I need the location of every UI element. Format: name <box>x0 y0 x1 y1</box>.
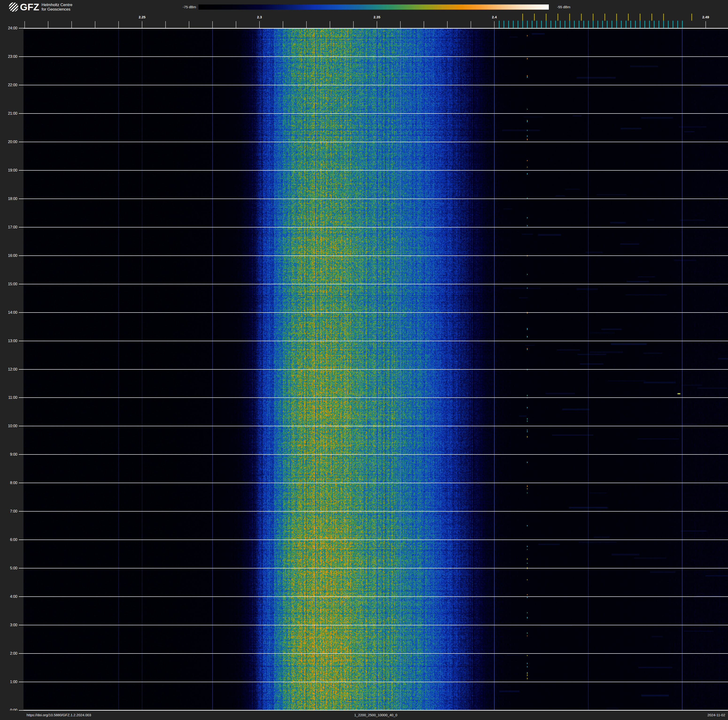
time-axis-label: 24:00 <box>0 26 17 31</box>
freq-minor-tick <box>142 21 142 28</box>
freq-minor-tick <box>494 21 495 28</box>
time-axis-label: 5:00 <box>0 566 17 571</box>
time-axis-label: 3:00 <box>0 623 17 627</box>
time-axis-tick <box>19 682 23 682</box>
ble-channel-tick <box>503 21 504 28</box>
freq-minor-tick <box>71 21 72 28</box>
ble-channel-tick <box>659 21 659 28</box>
freq-minor-tick <box>377 21 377 28</box>
dataset-id: 1_2200_2500_10000_40_0 <box>23 713 728 717</box>
time-axis-tick <box>19 454 23 455</box>
ble-channel-tick <box>668 21 668 28</box>
wifi-channel-tick <box>652 14 652 21</box>
time-axis-tick <box>19 199 23 199</box>
freq-minor-tick <box>118 21 119 28</box>
time-axis-tick <box>19 142 23 142</box>
wifi-channel-tick <box>628 14 629 21</box>
freq-minor-tick <box>400 21 401 28</box>
ble-channel-tick <box>536 21 537 28</box>
ble-channel-tick <box>588 21 589 28</box>
ble-channel-tick <box>513 21 514 28</box>
wifi-channel-tick <box>604 14 605 21</box>
time-axis-tick <box>19 539 23 540</box>
spectrogram-canvas <box>23 28 728 710</box>
time-axis-label: 23:00 <box>0 54 17 59</box>
wifi-channel-tick <box>581 14 582 21</box>
time-axis-tick <box>19 256 23 256</box>
ble-channel-tick <box>626 21 626 28</box>
ble-channel-tick <box>579 21 579 28</box>
date-label: 2024-11-02 <box>707 713 725 717</box>
brand-subtitle-line2: for Geosciences <box>41 7 72 12</box>
time-axis-label: 22:00 <box>0 83 17 87</box>
time-axis-label: 6:00 <box>0 538 17 542</box>
time-axis-label: 1:00 <box>0 680 17 684</box>
time-axis-label: 8:00 <box>0 481 17 485</box>
ble-channel-tick <box>564 21 565 28</box>
time-axis-label: 13:00 <box>0 339 17 343</box>
time-axis-tick <box>19 227 23 227</box>
time-axis-label: 17:00 <box>0 225 17 230</box>
ble-channel-tick <box>499 21 500 28</box>
wifi-channel-tick <box>534 14 535 21</box>
freq-minor-tick <box>353 21 354 28</box>
freq-axis-label: 2.35 <box>366 15 387 19</box>
freq-axis-label: 2.3 <box>249 15 270 19</box>
time-axis-tick <box>19 57 23 57</box>
wifi-channel-tick <box>691 14 692 21</box>
wifi-channel-tick <box>616 14 617 21</box>
wifi-channel-tick <box>640 14 641 21</box>
time-axis-tick <box>19 568 23 568</box>
ble-channel-tick <box>602 21 603 28</box>
freq-minor-tick <box>471 21 471 28</box>
freq-minor-tick <box>306 21 307 28</box>
ble-channel-tick <box>551 21 551 28</box>
colorbar-max-label: -55 dBm <box>557 5 592 9</box>
ble-channel-tick <box>560 21 561 28</box>
time-axis-tick <box>19 511 23 512</box>
ble-channel-tick <box>649 21 650 28</box>
time-axis-label: 20:00 <box>0 139 17 144</box>
brand-subtitle: Helmholtz Centre for Geosciences <box>41 3 72 12</box>
ble-channel-tick <box>630 21 631 28</box>
time-axis-tick <box>19 426 23 426</box>
ble-channel-tick <box>682 21 683 28</box>
brand-subtitle-line1: Helmholtz Centre <box>41 3 72 7</box>
time-axis-tick <box>19 596 23 597</box>
colorbar-min-label: -75 dBm <box>164 5 196 9</box>
freq-minor-tick <box>48 21 48 28</box>
time-axis-tick <box>19 369 23 370</box>
freq-minor-tick <box>24 21 25 28</box>
freq-minor-tick <box>95 21 95 28</box>
wifi-channel-tick <box>663 14 664 21</box>
ble-channel-tick <box>593 21 593 28</box>
ble-channel-tick <box>607 21 607 28</box>
time-axis-tick <box>19 341 23 341</box>
wifi-channel-tick <box>569 14 570 21</box>
ble-channel-tick <box>583 21 584 28</box>
gfz-globe-icon <box>9 2 18 12</box>
ble-channel-tick <box>616 21 617 28</box>
time-axis-label: 7:00 <box>0 509 17 514</box>
freq-axis-label: 2.49 <box>695 15 716 19</box>
colorbar-gradient <box>199 5 549 10</box>
ble-channel-tick <box>569 21 570 28</box>
ble-channel-tick <box>673 21 673 28</box>
ble-channel-tick <box>640 21 641 28</box>
time-axis-tick <box>19 170 23 171</box>
spectrogram-page: GFZ Helmholtz Centre for Geosciences -75… <box>0 0 728 720</box>
time-axis-label: 16:00 <box>0 253 17 258</box>
time-axis-label: 12:00 <box>0 367 17 372</box>
freq-minor-tick <box>705 21 706 28</box>
time-axis-label: 18:00 <box>0 196 17 201</box>
freq-minor-tick <box>259 21 260 28</box>
ble-channel-tick <box>635 21 636 28</box>
time-axis-label: 10:00 <box>0 424 17 428</box>
time-axis-tick <box>19 397 23 398</box>
time-axis-tick <box>19 284 23 284</box>
freq-minor-tick <box>212 21 213 28</box>
time-axis-label: 11:00 <box>0 395 17 400</box>
gfz-logo: GFZ Helmholtz Centre for Geosciences <box>9 2 72 12</box>
time-axis-tick <box>19 483 23 483</box>
ble-channel-tick <box>597 21 598 28</box>
